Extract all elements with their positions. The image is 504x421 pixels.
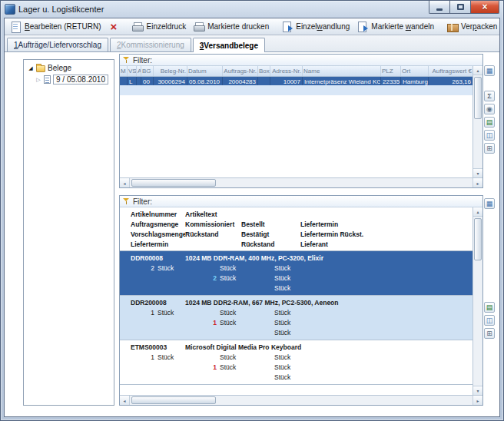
expanded-expander-icon[interactable] — [28, 65, 34, 71]
filter-label: Filter: — [133, 197, 152, 206]
positions-header-row: AuftragsmengeKommissioniertBestelltLiefe… — [120, 219, 472, 229]
column-header-liefertermin[interactable]: Liefertermin — [300, 220, 472, 228]
column-header-adress-nr[interactable]: Adress-Nr. — [270, 66, 303, 76]
column-header-box[interactable]: Box — [258, 66, 270, 76]
einzelwandlung-label: Einzelwandlung — [296, 22, 350, 31]
quantity-cell: Stück — [185, 309, 241, 317]
column-header-r-ckstand[interactable]: Rückstand — [241, 240, 300, 248]
scroll-down-button[interactable] — [473, 168, 482, 177]
positions-header-row: ArtikelnummerArtikeltext — [120, 209, 472, 219]
column-header-lieferant[interactable]: Lieferant — [300, 240, 472, 248]
column-header-datum[interactable]: Datum — [187, 66, 223, 76]
article-row-ddr200008[interactable]: DDR2000081024 MB DDR2-RAM, 667 MHz, PC2-… — [120, 296, 472, 340]
bearbeiten-button[interactable]: Bearbeiten (RETURN) — [7, 19, 104, 34]
minimize-button[interactable] — [429, 1, 449, 14]
einzelwandlung-button[interactable]: Einzelwandlung — [278, 19, 353, 34]
column-header-best-tigt[interactable]: Bestätigt — [241, 230, 300, 238]
verpacken-button[interactable]: Verpacken — [443, 19, 500, 34]
article-title-line: ETMS00003Microsoft Digital Media Pro Key… — [120, 342, 472, 352]
quantity-unit: Stück — [274, 373, 290, 381]
markierte-drucken-button[interactable]: Markierte drucken — [190, 19, 272, 34]
column-header-liefertermin[interactable]: Liefertermin — [120, 240, 185, 248]
quantity-unit: Stück — [274, 284, 290, 292]
vscroll-track[interactable] — [473, 75, 482, 168]
scroll-down-button[interactable] — [473, 386, 482, 395]
column-header-artikelnummer[interactable]: Artikelnummer — [120, 210, 185, 218]
filter-icon — [123, 56, 130, 64]
column-header-beleg-nr[interactable]: Beleg-Nr. — [154, 66, 187, 76]
markierte-wandeln-button[interactable]: Markierte wandeln — [353, 19, 437, 34]
search-icon[interactable]: ◉ — [484, 104, 495, 114]
quantity-cell: Stück — [185, 353, 241, 361]
grid-columns-icon[interactable]: ▦ — [484, 65, 495, 76]
positions-grid-hscrollbar[interactable] — [120, 395, 482, 405]
column-header-name[interactable]: Name — [303, 66, 381, 76]
hscroll-thumb[interactable] — [131, 396, 216, 404]
hscroll-thumb[interactable] — [131, 179, 216, 187]
scroll-left-button[interactable] — [120, 178, 130, 187]
markierte-drucken-label: Markierte drucken — [207, 22, 269, 31]
tab-versandbelege[interactable]: 3 Versandbelege — [193, 38, 265, 52]
tab-kommissionierung[interactable]: 2 Kommissionierung — [110, 38, 191, 51]
column-header-bg[interactable]: BG — [141, 66, 154, 76]
column-header-vorschlagsmenge[interactable]: Vorschlagsmenge — [120, 230, 185, 238]
quantity-unit: Stück — [220, 274, 236, 282]
quantity-cell: 2Stück — [120, 264, 185, 272]
tree-item-9-05-08-2010[interactable]: 9 / 05.08.2010 — [24, 74, 114, 85]
article-row-ddr00008[interactable]: DDR000081024 MB DDR-RAM, 400 MHz, PC-320… — [120, 251, 472, 296]
column-header-ort[interactable]: Ort — [401, 66, 429, 76]
card-view-icon[interactable]: ◫ — [484, 315, 495, 326]
tree-item-label: 9 / 05.08.2010 — [53, 75, 108, 85]
article-row-etms00003[interactable]: ETMS00003Microsoft Digital Media Pro Key… — [120, 340, 472, 385]
column-header-m[interactable]: M — [120, 66, 128, 76]
collapsed-expander-icon[interactable] — [35, 77, 41, 83]
column-header-artikeltext[interactable]: Artikeltext — [185, 210, 241, 218]
column-header-vs[interactable]: VS — [128, 66, 137, 76]
vscroll-thumb[interactable] — [474, 218, 482, 260]
excel-export-icon[interactable]: ▤ — [484, 117, 495, 128]
documents-grid-vscrollbar[interactable] — [472, 66, 482, 177]
article-value-line: 1StückStückStück — [120, 352, 472, 362]
documents-grid-icon-strip: ▦Σ◉▤◫⊞ — [483, 54, 496, 188]
scroll-up-button[interactable] — [473, 66, 482, 75]
verpacken-label: Verpacken — [461, 22, 497, 31]
documents-grid-filter-row[interactable]: Filter: — [120, 55, 482, 66]
einzeldruck-button[interactable]: Einzeldruck — [128, 19, 189, 34]
toolbar: Bearbeiten (RETURN)EinzeldruckMarkierte … — [5, 18, 499, 35]
sum-icon[interactable]: Σ — [484, 91, 495, 101]
excel-export-icon[interactable]: ▤ — [484, 302, 495, 313]
vscroll-track[interactable] — [473, 217, 482, 386]
column-header-auftrags-nr[interactable]: Auftrags-Nr. — [223, 66, 258, 76]
maximize-button[interactable] — [449, 1, 470, 14]
vscroll-thumb[interactable] — [474, 77, 482, 119]
scroll-right-button[interactable] — [472, 178, 482, 187]
column-header-kommissioniert[interactable]: Kommissioniert — [185, 220, 241, 228]
cell-adress-nr: 10007 — [270, 77, 303, 85]
column-header-plz[interactable]: PLZ — [381, 66, 401, 76]
document-row[interactable]: L003000629405.08.20102000428310007Intern… — [120, 77, 472, 85]
scroll-up-button[interactable] — [473, 207, 482, 217]
close-button[interactable] — [470, 1, 499, 14]
column-header-bestellt[interactable]: Bestellt — [241, 220, 300, 228]
positions-grid-vscrollbar[interactable] — [472, 207, 482, 395]
tree-item-belege[interactable]: Belege — [24, 62, 114, 74]
positions-grid-filter-row[interactable]: Filter: — [120, 196, 482, 207]
tab-auftraege-liefervorschlag[interactable]: 1 Aufträge/Liefervorschlag — [7, 38, 108, 51]
quantity-unit: Stück — [274, 363, 290, 371]
documents-grid-hscrollbar[interactable] — [120, 177, 482, 187]
column-header-r-ckstand[interactable]: Rückstand — [185, 230, 241, 238]
column-header-auftragswert[interactable]: Auftragswert € — [429, 66, 472, 76]
layout-icon[interactable]: ⊞ — [484, 328, 495, 339]
hscroll-track[interactable] — [130, 396, 472, 405]
grid-columns-icon[interactable]: ▦ — [484, 198, 495, 209]
column-header-auftragsmenge[interactable]: Auftragsmenge — [120, 220, 185, 228]
quantity-number: 2 — [185, 274, 217, 282]
hscroll-track[interactable] — [130, 178, 472, 187]
scroll-right-button[interactable] — [472, 396, 482, 405]
column-header-liefertermin-r-ckst[interactable]: Liefertermin Rückst. — [300, 230, 472, 238]
card-view-icon[interactable]: ◫ — [484, 130, 495, 141]
scroll-left-button[interactable] — [120, 396, 130, 405]
loeschen-button[interactable] — [104, 19, 122, 34]
title-bar[interactable]: Lager u. Logistikcenter — [4, 1, 500, 18]
layout-icon[interactable]: ⊞ — [484, 143, 495, 154]
